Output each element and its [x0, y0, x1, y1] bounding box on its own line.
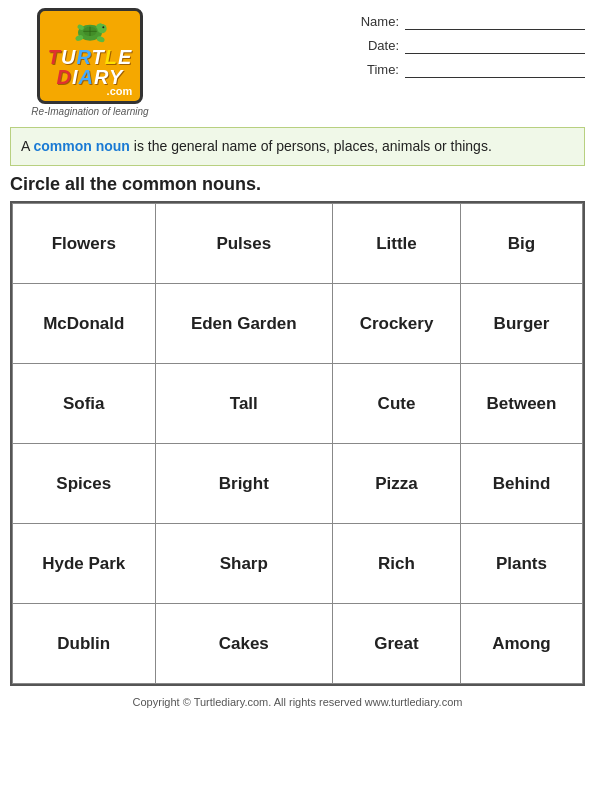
name-input[interactable]	[405, 12, 585, 30]
nouns-table: FlowersPulsesLittleBigMcDonaldEden Garde…	[12, 203, 583, 684]
table-cell[interactable]: Dublin	[13, 604, 156, 684]
logo-area: TURTLE DIARY .com Re-Imagination of lear…	[10, 8, 170, 117]
info-box: A common noun is the general name of per…	[10, 127, 585, 166]
svg-point-2	[102, 26, 104, 28]
table-row: McDonaldEden GardenCrockeryBurger	[13, 284, 583, 364]
table-cell[interactable]: Little	[333, 204, 461, 284]
table-cell[interactable]: Eden Garden	[155, 284, 333, 364]
info-before: A	[21, 138, 33, 154]
table-cell[interactable]: Hyde Park	[13, 524, 156, 604]
table-cell[interactable]: Among	[460, 604, 582, 684]
page-header: TURTLE DIARY .com Re-Imagination of lear…	[0, 0, 595, 121]
logo-com: .com	[107, 85, 133, 97]
table-cell[interactable]: Big	[460, 204, 582, 284]
logo-text: TURTLE	[48, 47, 133, 67]
table-cell[interactable]: Sharp	[155, 524, 333, 604]
table-cell[interactable]: Cute	[333, 364, 461, 444]
time-row: Time:	[359, 60, 585, 78]
table-row: DublinCakesGreatAmong	[13, 604, 583, 684]
table-cell[interactable]: Pizza	[333, 444, 461, 524]
form-fields: Name: Date: Time:	[359, 12, 585, 78]
table-cell[interactable]: Between	[460, 364, 582, 444]
date-input[interactable]	[405, 36, 585, 54]
table-row: FlowersPulsesLittleBig	[13, 204, 583, 284]
name-row: Name:	[359, 12, 585, 30]
common-noun-highlight: common noun	[33, 138, 129, 154]
table-cell[interactable]: Sofia	[13, 364, 156, 444]
table-cell[interactable]: Pulses	[155, 204, 333, 284]
time-label: Time:	[359, 62, 399, 77]
logo-text2: DIARY	[57, 67, 124, 87]
table-cell[interactable]: Burger	[460, 284, 582, 364]
table-cell[interactable]: Cakes	[155, 604, 333, 684]
instruction: Circle all the common nouns.	[10, 174, 585, 195]
table-cell[interactable]: Great	[333, 604, 461, 684]
table-cell[interactable]: Plants	[460, 524, 582, 604]
name-label: Name:	[359, 14, 399, 29]
table-row: SpicesBrightPizzaBehind	[13, 444, 583, 524]
logo-box: TURTLE DIARY .com	[37, 8, 144, 104]
table-cell[interactable]: McDonald	[13, 284, 156, 364]
table-row: Hyde ParkSharpRichPlants	[13, 524, 583, 604]
table-cell[interactable]: Rich	[333, 524, 461, 604]
table-cell[interactable]: Spices	[13, 444, 156, 524]
table-cell[interactable]: Flowers	[13, 204, 156, 284]
date-label: Date:	[359, 38, 399, 53]
info-after: is the general name of persons, places, …	[130, 138, 492, 154]
logo-tagline: Re-Imagination of learning	[31, 106, 148, 117]
table-cell[interactable]: Crockery	[333, 284, 461, 364]
time-input[interactable]	[405, 60, 585, 78]
table-cell[interactable]: Tall	[155, 364, 333, 444]
table-row: SofiaTallCuteBetween	[13, 364, 583, 444]
table-cell[interactable]: Bright	[155, 444, 333, 524]
grid-wrapper: FlowersPulsesLittleBigMcDonaldEden Garde…	[10, 201, 585, 686]
table-cell[interactable]: Behind	[460, 444, 582, 524]
footer: Copyright © Turtlediary.com. All rights …	[0, 692, 595, 714]
date-row: Date:	[359, 36, 585, 54]
turtle-icon	[70, 15, 110, 45]
